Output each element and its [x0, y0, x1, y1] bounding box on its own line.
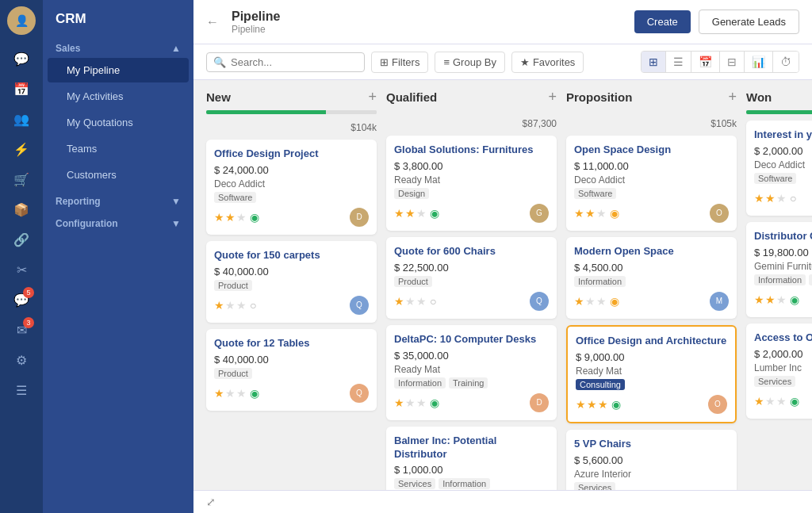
card-status[interactable]: ◉	[790, 395, 799, 408]
star-1[interactable]: ★	[574, 295, 584, 308]
card-status[interactable]: ◉	[430, 396, 439, 409]
card-stars[interactable]: ★★★	[214, 211, 247, 224]
sidebar-item-teams[interactable]: Teams	[48, 136, 189, 161]
star-3[interactable]: ★	[236, 299, 247, 312]
activity-view-button[interactable]: ⏱	[772, 52, 799, 72]
star-1[interactable]: ★	[754, 293, 764, 306]
card-status[interactable]: ◉	[610, 207, 619, 220]
kanban-view-button[interactable]: ⊞	[642, 52, 665, 72]
generate-leads-button[interactable]: Generate Leads	[699, 10, 799, 34]
back-button[interactable]: ←	[206, 15, 219, 29]
col-add-proposition[interactable]: +	[728, 90, 737, 104]
table-row[interactable]: Quote for 150 carpets$ 40,000.00Product★…	[206, 241, 377, 323]
table-row[interactable]: Access to Online Catalog$ 2,000.00Lumber…	[746, 323, 812, 419]
star-3[interactable]: ★	[236, 211, 247, 224]
groupby-button[interactable]: ≡ Group By	[435, 52, 505, 73]
star-3[interactable]: ★	[776, 395, 787, 408]
table-view-button[interactable]: ⊟	[719, 52, 744, 72]
scissors-icon[interactable]: ✂	[7, 255, 36, 284]
star-1[interactable]: ★	[754, 192, 764, 205]
calendar-view-button[interactable]: 📅	[691, 52, 719, 72]
card-stars[interactable]: ★★★	[214, 387, 247, 400]
card-status[interactable]: ○	[250, 299, 256, 312]
messages-icon[interactable]: ✉ 3	[7, 316, 36, 344]
discuss-icon[interactable]: 💬 5	[7, 285, 36, 314]
star-2[interactable]: ★	[765, 293, 776, 306]
star-1[interactable]: ★	[394, 207, 404, 220]
card-stars[interactable]: ★★★	[394, 295, 427, 308]
nav-section-configuration[interactable]: Configuration ▼	[43, 210, 193, 232]
table-row[interactable]: Global Solutions: Furnitures$ 3,800.00Re…	[386, 136, 557, 231]
star-3[interactable]: ★	[598, 398, 608, 411]
card-stars[interactable]: ★★★	[574, 295, 607, 308]
star-1[interactable]: ★	[394, 295, 404, 308]
table-row[interactable]: Distributor Contract$ 19,800.00Gemini Fu…	[746, 222, 812, 317]
link-icon[interactable]: 🔗	[7, 225, 36, 254]
star-2[interactable]: ★	[405, 207, 416, 220]
star-2[interactable]: ★	[587, 398, 597, 411]
search-input[interactable]	[231, 56, 350, 68]
star-3[interactable]: ★	[596, 207, 607, 220]
star-2[interactable]: ★	[585, 295, 596, 308]
star-2[interactable]: ★	[225, 387, 236, 400]
star-1[interactable]: ★	[214, 387, 224, 400]
card-stars[interactable]: ★★★	[576, 398, 608, 411]
table-row[interactable]: Office Design Project$ 24,000.00Deco Add…	[206, 140, 377, 235]
card-status[interactable]: ○	[790, 192, 796, 205]
card-status[interactable]: ◉	[610, 295, 619, 308]
sidebar-item-customers[interactable]: Customers	[48, 163, 189, 187]
star-1[interactable]: ★	[214, 299, 224, 312]
table-row[interactable]: DeltaPC: 10 Computer Desks$ 35,000.00Rea…	[386, 325, 557, 420]
star-2[interactable]: ★	[405, 295, 416, 308]
apps-icon[interactable]: ⚙	[7, 346, 36, 374]
star-2[interactable]: ★	[225, 299, 236, 312]
table-row[interactable]: 5 VP Chairs$ 5,600.00Azure InteriorServi…	[566, 430, 737, 490]
table-row[interactable]: Office Design and Architecture$ 9,000.00…	[566, 325, 737, 423]
search-box[interactable]: 🔍	[206, 52, 365, 72]
create-button[interactable]: Create	[634, 10, 691, 33]
card-status[interactable]: ○	[430, 295, 436, 308]
user-avatar[interactable]: 👤	[7, 6, 36, 35]
star-3[interactable]: ★	[416, 207, 427, 220]
star-3[interactable]: ★	[236, 387, 247, 400]
favorites-button[interactable]: ★ Favorites	[511, 52, 584, 73]
card-status[interactable]: ◉	[611, 398, 621, 411]
sidebar-item-my-quotations[interactable]: My Quotations	[48, 110, 189, 135]
col-add-qualified[interactable]: +	[548, 90, 557, 104]
expand-button[interactable]: ⤢	[206, 496, 216, 508]
card-status[interactable]: ◉	[430, 207, 439, 220]
star-1[interactable]: ★	[394, 396, 404, 409]
star-2[interactable]: ★	[225, 211, 236, 224]
col-add-new[interactable]: +	[368, 90, 377, 104]
star-2[interactable]: ★	[405, 396, 416, 409]
chat-icon[interactable]: 💬	[7, 44, 36, 73]
box-icon[interactable]: 📦	[7, 195, 36, 224]
star-3[interactable]: ★	[416, 396, 427, 409]
star-3[interactable]: ★	[416, 295, 427, 308]
star-1[interactable]: ★	[754, 395, 764, 408]
card-stars[interactable]: ★★★	[754, 395, 787, 408]
calendar-icon[interactable]: 📅	[7, 75, 36, 103]
list-view-button[interactable]: ☰	[665, 52, 691, 72]
table-row[interactable]: Balmer Inc: Potential Distributor$ 1,000…	[386, 427, 557, 490]
card-stars[interactable]: ★★★	[214, 299, 247, 312]
star-1[interactable]: ★	[576, 398, 586, 411]
table-row[interactable]: Quote for 12 Tables$ 40,000.00Product★★★…	[206, 329, 377, 411]
sidebar-item-my-pipeline[interactable]: My Pipeline	[48, 58, 189, 82]
nav-section-reporting[interactable]: Reporting ▼	[43, 188, 193, 210]
sidebar-item-my-activities[interactable]: My Activities	[48, 84, 189, 109]
table-row[interactable]: Open Space Design$ 11,000.00Deco AddictS…	[566, 136, 737, 231]
star-3[interactable]: ★	[596, 295, 607, 308]
star-3[interactable]: ★	[776, 293, 787, 306]
menu-icon[interactable]: ☰	[7, 376, 36, 404]
card-status[interactable]: ◉	[250, 211, 259, 224]
star-2[interactable]: ★	[765, 395, 776, 408]
filters-button[interactable]: ⊞ Filters	[371, 52, 428, 73]
star-1[interactable]: ★	[574, 207, 584, 220]
card-stars[interactable]: ★★★	[574, 207, 607, 220]
star-2[interactable]: ★	[765, 192, 776, 205]
table-row[interactable]: Quote for 600 Chairs$ 22,500.00Product★★…	[386, 237, 557, 319]
card-status[interactable]: ◉	[250, 387, 259, 400]
star-1[interactable]: ★	[214, 211, 224, 224]
card-stars[interactable]: ★★★	[754, 293, 787, 306]
